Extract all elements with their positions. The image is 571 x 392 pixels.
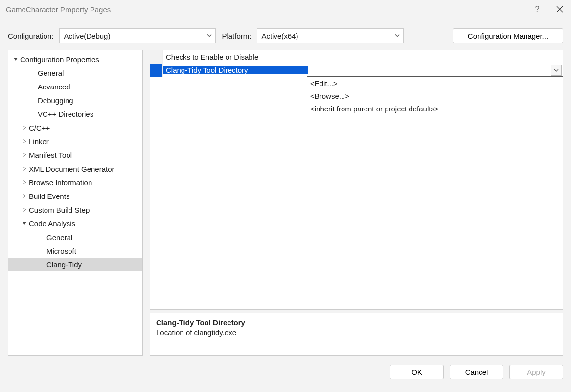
tree-item[interactable]: Code Analysis	[8, 217, 142, 230]
property-row[interactable]: Checks to Enable or Disable	[150, 50, 563, 64]
ok-button[interactable]: OK	[390, 365, 444, 379]
svg-marker-3	[23, 126, 26, 130]
property-value[interactable]	[308, 50, 563, 64]
svg-marker-4	[23, 139, 26, 143]
tree-item[interactable]: Configuration Properties	[8, 52, 142, 66]
tree-item-label: General	[46, 233, 72, 241]
tree-item-label: Code Analysis	[29, 219, 75, 228]
tree-item[interactable]: VC++ Directories	[8, 107, 142, 121]
tree-item-label: General	[38, 69, 64, 77]
svg-marker-6	[23, 167, 26, 171]
configuration-combo[interactable]: Active(Debug)	[59, 28, 216, 43]
description-text: Location of clangtidy.exe	[156, 328, 557, 337]
window-title: GameCharacter Property Pages	[6, 5, 111, 14]
help-button[interactable]: ?	[526, 0, 548, 19]
tree-item[interactable]: Linker	[8, 134, 142, 148]
tree-item-label: Microsoft	[46, 247, 76, 255]
tree-item-label: XML Document Generator	[29, 165, 114, 173]
triangle-down-icon	[21, 221, 28, 226]
tree-item-label: Linker	[29, 137, 49, 146]
tree-item[interactable]: General	[8, 66, 142, 80]
dialog-footer: OK Cancel Apply	[0, 356, 571, 379]
triangle-right-icon	[21, 166, 28, 171]
tree-item[interactable]: Clang-Tidy	[8, 258, 142, 271]
tree-item-label: Manifest Tool	[29, 151, 72, 159]
triangle-right-icon	[21, 207, 28, 212]
tree-item[interactable]: Manifest Tool	[8, 148, 142, 162]
nav-tree[interactable]: Configuration PropertiesGeneralAdvancedD…	[8, 50, 143, 356]
triangle-right-icon	[21, 139, 28, 144]
tree-item[interactable]: Debugging	[8, 93, 142, 107]
configuration-combo-value: Active(Debug)	[64, 32, 110, 40]
property-name: Checks to Enable or Disable	[163, 53, 308, 61]
configuration-label: Configuration:	[8, 32, 53, 40]
apply-button[interactable]: Apply	[509, 365, 563, 379]
close-icon	[556, 6, 563, 13]
svg-marker-2	[14, 58, 18, 61]
tree-item-label: Browse Information	[29, 178, 92, 187]
triangle-right-icon	[21, 152, 28, 157]
description-title: Clang-Tidy Tool Directory	[156, 318, 557, 327]
tree-item[interactable]: General	[8, 230, 142, 244]
dropdown-option[interactable]: <inherit from parent or project defaults…	[307, 102, 563, 115]
tree-item-label: Build Events	[29, 192, 69, 200]
row-lead	[150, 50, 163, 64]
property-grid[interactable]: Checks to Enable or DisableClang-Tidy To…	[150, 50, 563, 310]
cancel-button[interactable]: Cancel	[450, 365, 503, 379]
svg-marker-10	[23, 222, 26, 225]
tree-item-label: Debugging	[38, 96, 73, 105]
dropdown-option[interactable]: <Browse...>	[307, 89, 563, 102]
tree-item[interactable]: Browse Information	[8, 175, 142, 189]
tree-item-label: Clang-Tidy	[46, 261, 82, 269]
tree-item-label: Advanced	[38, 83, 70, 91]
tree-item[interactable]: Microsoft	[8, 244, 142, 258]
property-value[interactable]	[308, 64, 563, 77]
platform-combo[interactable]: Active(x64)	[257, 28, 404, 43]
triangle-right-icon	[21, 194, 28, 198]
tree-item[interactable]: XML Document Generator	[8, 162, 142, 175]
tree-item[interactable]: Build Events	[8, 189, 142, 203]
triangle-down-icon	[12, 57, 19, 62]
property-row[interactable]: Clang-Tidy Tool Directory	[150, 64, 563, 77]
titlebar: GameCharacter Property Pages ?	[0, 0, 571, 19]
chevron-down-icon	[206, 32, 212, 40]
tree-item[interactable]: Advanced	[8, 80, 142, 93]
svg-marker-5	[23, 153, 26, 157]
value-dropdown-button[interactable]	[551, 65, 562, 76]
toolbar: Configuration: Active(Debug) Platform: A…	[0, 19, 571, 50]
property-name: Clang-Tidy Tool Directory	[163, 66, 308, 74]
triangle-right-icon	[21, 180, 28, 185]
svg-marker-7	[23, 180, 26, 184]
tree-item[interactable]: C/C++	[8, 121, 142, 134]
tree-item-label: C/C++	[29, 124, 50, 132]
platform-combo-value: Active(x64)	[261, 32, 298, 40]
description-panel: Clang-Tidy Tool Directory Location of cl…	[150, 313, 563, 356]
svg-marker-9	[23, 208, 26, 212]
value-dropdown[interactable]: <Edit...><Browse...><inherit from parent…	[307, 76, 563, 115]
close-button[interactable]	[548, 0, 571, 19]
tree-item[interactable]: Custom Build Step	[8, 203, 142, 217]
tree-item-label: Configuration Properties	[20, 55, 99, 64]
dropdown-option[interactable]: <Edit...>	[307, 77, 563, 89]
svg-marker-8	[23, 194, 26, 198]
platform-label: Platform:	[222, 32, 251, 40]
tree-item-label: Custom Build Step	[29, 206, 90, 214]
triangle-right-icon	[21, 125, 28, 130]
chevron-down-icon	[394, 32, 400, 40]
configuration-manager-button[interactable]: Configuration Manager...	[453, 28, 563, 43]
row-lead	[150, 64, 163, 77]
tree-item-label: VC++ Directories	[38, 110, 93, 118]
